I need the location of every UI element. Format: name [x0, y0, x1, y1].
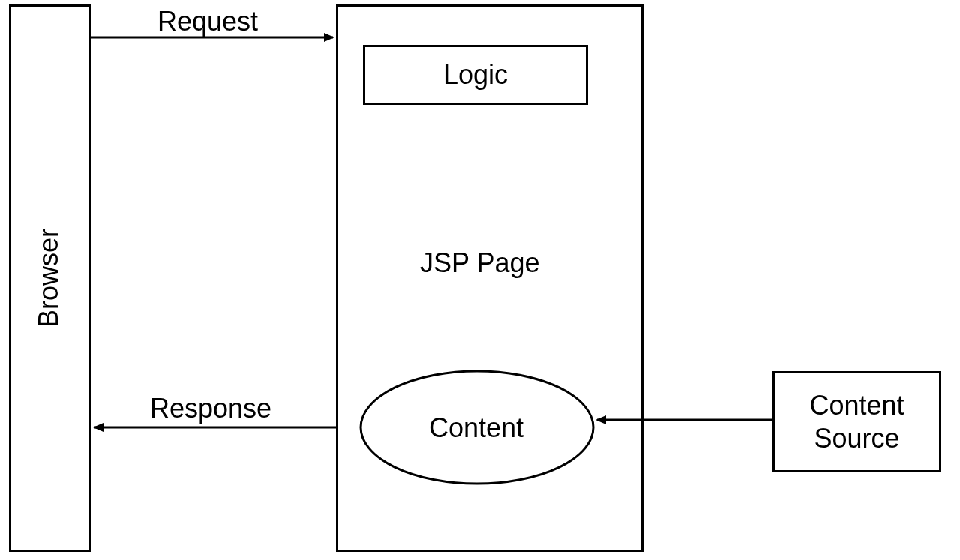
- response-label: Response: [150, 393, 272, 424]
- content-source-line1: Content: [809, 389, 904, 421]
- content-label: Content: [429, 412, 524, 444]
- logic-box: Logic: [363, 45, 588, 105]
- logic-label: Logic: [443, 59, 508, 91]
- content-source-line2: Source: [814, 422, 899, 454]
- diagram-canvas: Browser Logic JSP Page Content Content S…: [0, 0, 960, 560]
- content-source-box: Content Source: [772, 371, 941, 472]
- browser-label: Browser: [33, 226, 64, 331]
- request-label: Request: [158, 6, 258, 37]
- jsp-page-label: JSP Page: [420, 247, 539, 279]
